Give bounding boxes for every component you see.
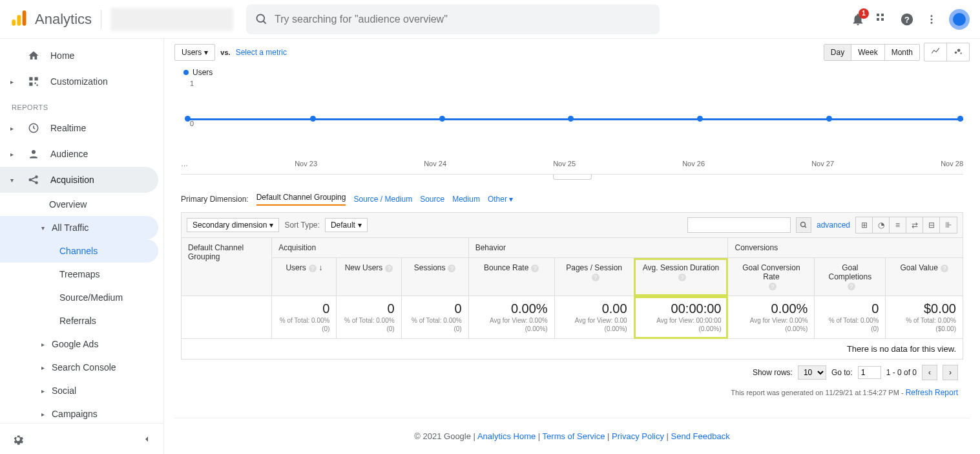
view-table-icon[interactable]: ⊞ (856, 217, 873, 233)
search-box[interactable] (246, 5, 660, 34)
svg-point-22 (36, 176, 37, 178)
pd-link-source[interactable]: Source (420, 195, 444, 204)
metric-selector[interactable]: Users ▾ (174, 44, 215, 61)
svg-rect-15 (35, 77, 38, 80)
svg-rect-14 (29, 77, 32, 80)
sidebar-item-acquisition[interactable]: ▾ Acquisition (0, 167, 158, 193)
secondary-dimension-select[interactable]: Secondary dimension ▾ (187, 218, 279, 232)
sidebar-item-referrals[interactable]: Referrals (0, 309, 158, 332)
pd-link-other[interactable]: Other ▾ (488, 195, 513, 204)
sidebar-item-search-console[interactable]: ▸Search Console (0, 356, 158, 379)
svg-rect-5 (877, 14, 879, 16)
footer-link-feedback[interactable]: Send Feedback (671, 431, 730, 441)
col-new-users[interactable]: New Users? (337, 258, 401, 296)
advanced-link[interactable]: advanced (817, 221, 850, 230)
share-icon (27, 174, 40, 186)
sidebar-item-social[interactable]: ▸Social (0, 379, 158, 402)
pd-active[interactable]: Default Channel Grouping (256, 193, 346, 206)
sidebar-item-google-ads[interactable]: ▸Google Ads (0, 332, 158, 356)
table-search-button[interactable] (796, 217, 811, 233)
help-icon[interactable]: ? (900, 12, 914, 27)
svg-line-4 (264, 21, 266, 23)
page-range: 1 - 0 of 0 (886, 368, 917, 377)
granularity-month[interactable]: Month (885, 45, 919, 60)
more-icon[interactable] (926, 14, 937, 25)
search-input[interactable] (275, 14, 651, 25)
svg-text:?: ? (904, 14, 910, 24)
svg-point-13 (931, 21, 933, 23)
svg-point-31 (800, 222, 805, 227)
table-search-input[interactable] (687, 217, 791, 233)
analytics-logo-icon (10, 9, 28, 29)
granularity-day[interactable]: Day (824, 45, 851, 60)
pd-link-sm[interactable]: Source / Medium (353, 195, 412, 204)
svg-rect-17 (35, 83, 36, 84)
refresh-report-link[interactable]: Refresh Report (906, 388, 958, 397)
svg-point-23 (36, 182, 37, 184)
rows-select[interactable]: 10 (798, 365, 826, 380)
view-mode-strip: ⊞ ◔ ≡ ⇄ ⊟ ⊪ (855, 217, 957, 233)
sidebar-item-realtime[interactable]: ▸ Realtime (0, 115, 163, 141)
line-chart[interactable]: 1 0 (181, 80, 963, 157)
sidebar-section-reports: REPORTS (0, 94, 163, 115)
gear-icon[interactable] (12, 433, 25, 446)
svg-point-29 (957, 49, 961, 52)
generation-note: This report was generated on 11/29/21 at… (174, 385, 970, 413)
notifications-button[interactable]: 1 (851, 12, 865, 27)
account-avatar[interactable] (949, 9, 970, 30)
chart-type-motion-icon[interactable] (947, 43, 969, 61)
col-gval[interactable]: Goal Value? (886, 258, 963, 296)
sidebar-item-all-traffic[interactable]: ▾All Traffic (0, 216, 158, 239)
footer-link-privacy[interactable]: Privacy Policy (612, 431, 664, 441)
view-compare-icon[interactable]: ⇄ (906, 217, 923, 233)
sidebar-item-campaigns[interactable]: ▸Campaigns (0, 402, 158, 423)
col-bounce[interactable]: Bounce Rate? (468, 258, 554, 296)
chart-collapse-handle[interactable] (553, 175, 592, 180)
col-pps[interactable]: Pages / Session? (554, 258, 634, 296)
top-bar: Analytics 1 ? (0, 0, 980, 39)
dashboard-icon (27, 76, 40, 87)
sidebar-item-channels[interactable]: Channels (0, 239, 158, 263)
svg-line-32 (804, 226, 806, 228)
svg-rect-18 (37, 85, 38, 86)
sidebar-item-home[interactable]: Home (0, 43, 163, 69)
divider (101, 10, 101, 29)
svg-rect-2 (23, 10, 26, 25)
data-table: Default Channel Grouping Acquisition Beh… (181, 237, 963, 360)
goto-input[interactable] (858, 366, 881, 379)
col-sessions[interactable]: Sessions? (401, 258, 468, 296)
sidebar-item-acq-overview[interactable]: Overview (0, 193, 158, 216)
next-page-button[interactable]: › (943, 365, 958, 380)
primary-dimension-row: Primary Dimension: Default Channel Group… (181, 193, 963, 206)
pd-link-medium[interactable]: Medium (452, 195, 480, 204)
x-axis: …Nov 23Nov 24Nov 25Nov 26Nov 27Nov 28 (181, 157, 963, 175)
apps-icon[interactable] (877, 14, 888, 25)
sort-type-select[interactable]: Default ▾ (325, 218, 368, 232)
select-metric-link[interactable]: Select a metric (236, 48, 287, 57)
col-gcomp[interactable]: Goal Completions? (815, 258, 886, 296)
col-users[interactable]: Users? ↓ (272, 258, 337, 296)
sort-desc-icon: ↓ (318, 263, 322, 272)
view-pivot-icon[interactable]: ⊟ (923, 217, 940, 233)
property-selector[interactable] (110, 8, 233, 31)
col-asd[interactable]: Avg. Session Duration? (634, 258, 728, 296)
view-pie-icon[interactable]: ◔ (873, 217, 890, 233)
view-cloud-icon[interactable]: ⊪ (940, 217, 957, 233)
sidebar-item-customization[interactable]: ▸ Customization (0, 69, 163, 94)
app-logo[interactable]: Analytics (10, 9, 92, 29)
footer-link-tos[interactable]: Terms of Service (543, 431, 605, 441)
footer-link-home[interactable]: Analytics Home (477, 431, 536, 441)
col-gcr[interactable]: Goal Conversion Rate? (728, 258, 815, 296)
colgroup-conversions: Conversions (728, 238, 963, 258)
svg-rect-7 (877, 18, 879, 21)
sidebar-item-audience[interactable]: ▸ Audience (0, 141, 163, 167)
sidebar-item-source-medium[interactable]: Source/Medium (0, 286, 158, 309)
col-dcg[interactable]: Default Channel Grouping (182, 238, 272, 296)
chart-type-line-icon[interactable] (924, 43, 947, 61)
sidebar-footer (0, 423, 163, 454)
view-bar-icon[interactable]: ≡ (890, 217, 906, 233)
prev-page-button[interactable]: ‹ (922, 365, 937, 380)
collapse-sidebar-icon[interactable] (141, 434, 152, 444)
granularity-week[interactable]: Week (851, 45, 884, 60)
sidebar-item-treemaps[interactable]: Treemaps (0, 263, 158, 286)
